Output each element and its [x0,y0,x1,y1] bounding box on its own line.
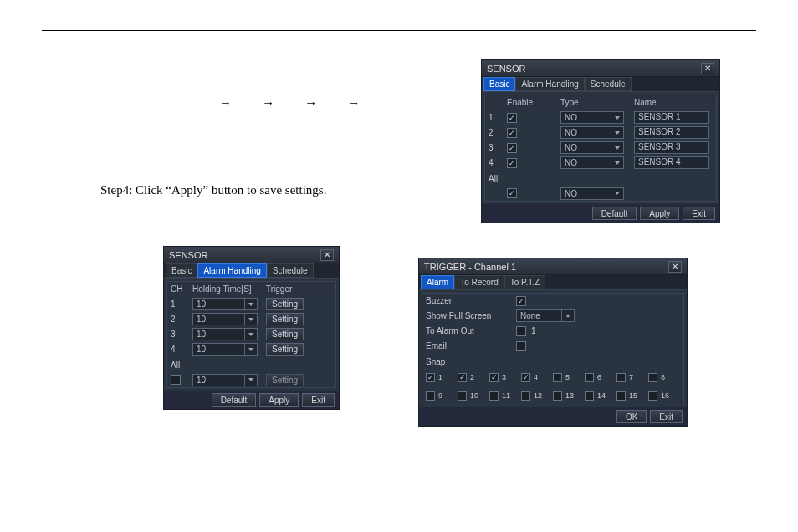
name-input[interactable]: SENSOR 1 [634,111,709,124]
snap-channel[interactable]: 2 [458,371,488,383]
tab-basic[interactable]: Basic [483,77,515,91]
all-apply-checkbox[interactable] [171,375,181,385]
snap-checkbox[interactable] [648,373,657,382]
snap-checkbox[interactable] [458,391,467,401]
enable-checkbox[interactable] [507,128,517,138]
type-select[interactable]: NO [560,126,624,139]
ok-button[interactable]: OK [616,410,647,423]
snap-checkbox[interactable] [521,373,530,382]
all-enable-checkbox[interactable] [507,188,517,198]
type-select[interactable]: NO [560,156,624,169]
trigger-setting-button[interactable]: Setting [266,328,304,340]
snap-checkbox[interactable] [489,391,499,401]
snap-channel[interactable]: 7 [616,371,647,383]
snap-channel[interactable]: 15 [616,390,647,402]
close-icon[interactable]: ✕ [701,63,714,74]
snap-channel[interactable]: 3 [489,371,519,383]
snap-checkbox[interactable] [426,391,435,401]
chevron-down-icon [244,314,256,325]
close-icon[interactable]: ✕ [668,261,682,273]
snap-checkbox[interactable] [553,391,562,401]
snap-channel[interactable]: 10 [458,390,488,402]
type-select[interactable]: NO [560,111,624,124]
snap-channel[interactable]: 16 [648,390,678,402]
enable-checkbox[interactable] [507,158,517,168]
snap-checkbox[interactable] [458,373,467,382]
exit-button[interactable]: Exit [302,393,335,407]
name-input[interactable]: SENSOR 2 [634,126,709,139]
ch-label: 3 [167,330,189,339]
buzzer-checkbox[interactable] [516,296,526,306]
trigger-setting-button[interactable]: Setting [266,298,304,310]
show-full-label: Show Full Screen [426,311,516,320]
enable-checkbox[interactable] [507,113,517,123]
tab-alarm-handling[interactable]: Alarm Handling [197,263,266,278]
default-button[interactable]: Default [212,393,257,407]
holding-select[interactable]: 10 [192,313,258,325]
default-button[interactable]: Default [592,207,637,220]
tab-alarm[interactable]: Alarm [421,275,454,289]
table-row: 3NOSENSOR 3 [485,141,716,156]
sensor-alarm-panel: SENSOR ✕ Basic Alarm Handling Schedule C… [163,246,340,410]
alarm-out-number: 1 [531,326,536,335]
close-icon[interactable]: ✕ [320,249,334,261]
trigger-setting-button[interactable]: Setting [266,313,304,325]
snap-number: 16 [661,391,669,400]
exit-button[interactable]: Exit [650,410,683,423]
holding-select[interactable]: 10 [192,343,258,356]
tab-schedule[interactable]: Schedule [267,263,314,278]
all-holding-select[interactable]: 10 [192,374,258,386]
tab-schedule[interactable]: Schedule [585,77,632,91]
table-row: 210Setting [167,312,335,327]
name-input[interactable]: SENSOR 3 [634,141,709,154]
snap-checkbox[interactable] [426,373,435,382]
snap-channel[interactable]: 9 [426,390,456,402]
arrow-icon: → [262,95,274,110]
panel-title: SENSOR [169,250,320,260]
snap-channel[interactable]: 1 [426,371,456,383]
snap-channel[interactable]: 8 [648,371,678,383]
tab-alarm-handling[interactable]: Alarm Handling [515,77,584,91]
snap-channel[interactable]: 11 [489,390,519,402]
email-checkbox[interactable] [516,341,526,351]
chevron-down-icon [561,310,573,321]
snap-channel[interactable]: 12 [521,390,551,402]
apply-button[interactable]: Apply [640,207,679,220]
holding-select[interactable]: 10 [192,298,258,310]
snap-checkbox[interactable] [648,391,657,401]
snap-checkbox[interactable] [585,373,594,382]
snap-channel[interactable]: 13 [553,390,583,402]
buzzer-label: Buzzer [426,296,516,305]
alarm-out-label: To Alarm Out [426,326,516,335]
trigger-panel: TRIGGER - Channel 1 ✕ Alarm To Record To… [418,258,688,427]
show-full-select[interactable]: None [516,309,575,322]
snap-checkbox[interactable] [616,391,626,401]
snap-channel[interactable]: 4 [521,371,551,383]
sensor1-tabs: Basic Alarm Handling Schedule [482,77,719,92]
col-name: Name [631,98,716,107]
snap-checkbox[interactable] [616,373,626,382]
trigger-setting-button[interactable]: Setting [266,343,304,356]
snap-channel[interactable]: 5 [553,371,583,383]
tab-basic[interactable]: Basic [166,263,197,278]
table-row: 310Setting [167,327,335,342]
tab-to-ptz[interactable]: To P.T.Z [504,275,545,289]
holding-select[interactable]: 10 [192,328,258,340]
all-trigger-button[interactable]: Setting [266,374,304,386]
ch-label: 1 [167,299,189,309]
alarm-out-checkbox[interactable] [516,326,526,336]
snap-checkbox[interactable] [489,373,499,382]
snap-number: 8 [661,373,665,381]
type-select[interactable]: NO [560,141,624,154]
snap-checkbox[interactable] [553,373,562,382]
snap-checkbox[interactable] [521,391,530,401]
snap-channel[interactable]: 6 [585,371,615,383]
apply-button[interactable]: Apply [259,393,299,407]
tab-to-record[interactable]: To Record [454,275,504,289]
snap-channel[interactable]: 14 [585,390,615,402]
snap-checkbox[interactable] [585,391,594,401]
name-input[interactable]: SENSOR 4 [634,156,709,169]
enable-checkbox[interactable] [507,143,517,153]
all-type-select[interactable]: NO [560,187,624,200]
exit-button[interactable]: Exit [683,207,715,220]
